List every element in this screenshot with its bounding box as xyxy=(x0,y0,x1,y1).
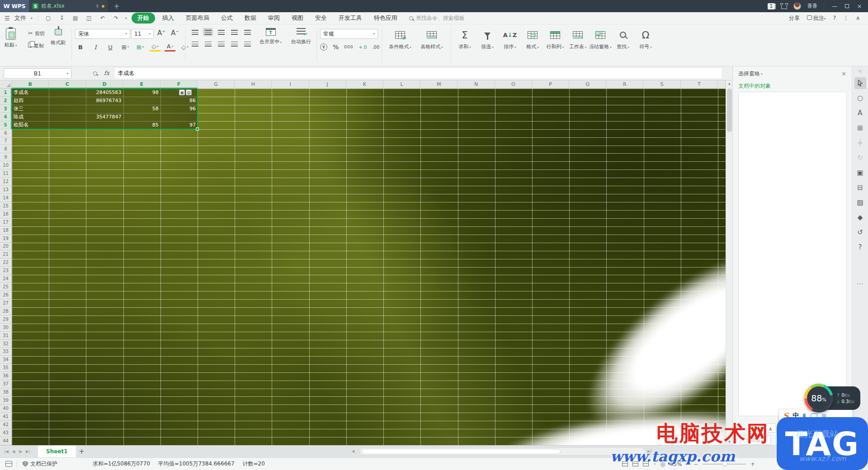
column-header-K[interactable]: K xyxy=(346,80,383,89)
row-header-39[interactable]: 39 xyxy=(0,396,12,404)
wrap-text-button[interactable]: ↩ 自动换行 xyxy=(291,28,311,45)
scroll-up-icon[interactable]: ▲ xyxy=(726,80,733,87)
cell-B5[interactable]: 欧阳名 xyxy=(12,121,49,129)
font-size-select[interactable]: 11▾ xyxy=(131,29,154,39)
distribute-horizontal-button[interactable] xyxy=(242,40,252,48)
horizontal-scroll-thumb[interactable] xyxy=(362,449,561,454)
quickbar-more-icon[interactable]: ▾ xyxy=(125,16,127,20)
document-protected-label[interactable]: 文档已保护 xyxy=(30,460,57,468)
fill-color-button[interactable]: ◇▾ xyxy=(150,42,160,52)
autofill-options-badge[interactable]: ▣▤ xyxy=(179,89,192,95)
font-color-button[interactable]: A▾ xyxy=(165,42,175,52)
cell-B4[interactable]: 陈成 xyxy=(12,113,49,121)
row-header-31[interactable]: 31 xyxy=(0,332,12,340)
document-tab[interactable]: S 姓名.xlsx ⚲ xyxy=(29,0,108,12)
row-header-37[interactable]: 37 xyxy=(0,380,12,388)
performance-gauge[interactable]: 88% xyxy=(804,384,833,413)
user-name[interactable]: 香香 xyxy=(807,3,817,9)
justify-button[interactable] xyxy=(229,40,239,48)
cell-F5[interactable]: 97 xyxy=(160,121,198,129)
row-header-21[interactable]: 21 xyxy=(0,250,12,258)
draw-border-button[interactable]: ⊞▾ xyxy=(135,42,146,52)
align-middle-button[interactable] xyxy=(203,28,213,36)
comment-button[interactable]: 批注▾ xyxy=(807,14,826,22)
hamburger-icon[interactable]: ☰ xyxy=(5,15,10,22)
conditional-format-button[interactable]: ≠条件格式▾ xyxy=(384,26,416,50)
column-header-J[interactable]: J xyxy=(309,80,346,89)
add-sheet-button[interactable]: + xyxy=(76,447,88,456)
row-header-20[interactable]: 20 xyxy=(0,243,12,251)
decrease-decimal-button[interactable]: .00 xyxy=(372,45,379,50)
wordart-icon[interactable]: A xyxy=(854,107,866,119)
copy-button[interactable]: 复制 xyxy=(28,42,44,49)
column-header-B[interactable]: B xyxy=(12,80,49,89)
command-search[interactable]: 查找命令、搜索模板 xyxy=(409,14,465,22)
select-all-corner[interactable] xyxy=(0,80,12,89)
undo-icon[interactable]: ↶ xyxy=(98,15,107,21)
align-left-button[interactable] xyxy=(190,40,200,48)
worksheet-button[interactable]: 工作表▾ xyxy=(566,26,589,50)
more-menu-icon[interactable]: ⋮ xyxy=(843,15,849,21)
cell-F3[interactable]: 96 xyxy=(160,105,198,113)
row-header-40[interactable]: 40 xyxy=(0,404,12,413)
window-count-badge[interactable]: 1 xyxy=(768,3,775,9)
cell-E5[interactable]: 85 xyxy=(123,121,160,129)
row-header-34[interactable]: 34 xyxy=(0,356,12,364)
column-header-H[interactable]: H xyxy=(235,80,272,89)
formula-search-icon[interactable] xyxy=(93,70,97,77)
align-bottom-button[interactable] xyxy=(216,28,226,36)
menu-item-特色应用[interactable]: 特色应用 xyxy=(369,13,402,23)
adjust-sliders-icon[interactable]: ╪ xyxy=(854,137,866,149)
vertical-scrollbar[interactable]: ▲ ▼ xyxy=(726,80,732,445)
row-header-42[interactable]: 42 xyxy=(0,421,12,429)
cell-E3[interactable]: 58 xyxy=(123,105,160,113)
column-header-C[interactable]: C xyxy=(49,80,86,89)
row-header-17[interactable]: 17 xyxy=(0,218,12,226)
row-header-27[interactable]: 27 xyxy=(0,299,12,307)
cell-name-box[interactable]: B1▾ xyxy=(4,68,71,79)
column-header-O[interactable]: O xyxy=(495,80,532,89)
increase-font-button[interactable]: A+ xyxy=(157,29,165,37)
row-header-13[interactable]: 13 xyxy=(0,186,12,194)
row-header-10[interactable]: 10 xyxy=(0,161,12,169)
row-header-30[interactable]: 30 xyxy=(0,324,12,332)
formula-input[interactable]: 李成名 xyxy=(114,67,722,79)
row-header-19[interactable]: 19 xyxy=(0,235,12,243)
column-header-E[interactable]: E xyxy=(123,80,160,89)
objects-list[interactable] xyxy=(738,92,847,416)
row-header-6[interactable]: 6 xyxy=(0,129,12,137)
next-sheet-icon[interactable]: ▶ xyxy=(17,449,24,454)
row-header-38[interactable]: 38 xyxy=(0,388,12,396)
cell-grid[interactable]: 李成名2840556398赵四8697674386张三5896陈成3547784… xyxy=(12,89,726,445)
sum-button[interactable]: Σ求和▾ xyxy=(453,26,476,50)
decrease-font-button[interactable]: A− xyxy=(171,29,179,37)
row-header-23[interactable]: 23 xyxy=(0,267,12,275)
row-header-25[interactable]: 25 xyxy=(0,283,12,291)
column-header-L[interactable]: L xyxy=(383,80,420,89)
sort-button[interactable]: A↓Z排序▾ xyxy=(499,26,521,50)
drag-handle-icon[interactable]: ≡ xyxy=(854,68,866,74)
image-badge-icon[interactable]: ▣ xyxy=(179,89,185,95)
cell-D1[interactable]: 28405563 xyxy=(86,89,123,97)
indent-increase-button[interactable] xyxy=(242,28,252,36)
menu-item-视图[interactable]: 视图 xyxy=(287,13,308,23)
row-header-7[interactable]: 7 xyxy=(0,137,12,146)
column-header-M[interactable]: M xyxy=(420,80,458,89)
row-header-2[interactable]: 2 xyxy=(0,97,12,105)
italic-button[interactable]: I xyxy=(90,42,101,52)
column-header-I[interactable]: I xyxy=(272,80,309,89)
increase-decimal-button[interactable]: +.0 xyxy=(359,45,367,50)
rows-columns-button[interactable]: 行和列▾ xyxy=(544,26,566,50)
row-header-24[interactable]: 24 xyxy=(0,275,12,283)
material-box-icon[interactable]: ⊟ xyxy=(854,182,866,193)
font-family-select[interactable]: 宋体▾ xyxy=(75,29,130,39)
table-style-button[interactable]: 表格样式▾ xyxy=(416,26,448,50)
icon-library-icon[interactable]: ◆ xyxy=(854,212,866,223)
help-button[interactable]: ? xyxy=(833,15,836,21)
last-sheet-icon[interactable]: ▶| xyxy=(24,449,32,454)
menu-item-开发工具[interactable]: 开发工具 xyxy=(334,13,367,23)
close-button[interactable]: × xyxy=(855,3,863,9)
cell-E1[interactable]: 98 xyxy=(123,89,160,97)
redo-icon[interactable]: ↷ xyxy=(112,15,121,21)
row-header-44[interactable]: 44 xyxy=(0,437,12,445)
